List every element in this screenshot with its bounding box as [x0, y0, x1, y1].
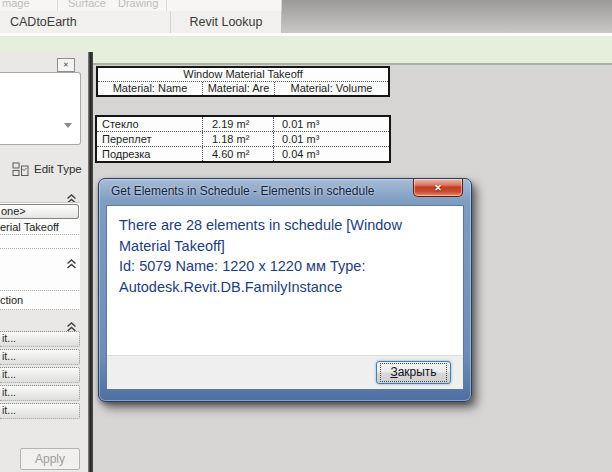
revit-window: mage Surface Drawing CADtoEarth Revit Lo… [0, 0, 612, 472]
column-header-volume[interactable]: Material: Volume [275, 82, 388, 95]
schedule-header-table: Window Material Takeoff Material: Name M… [96, 66, 390, 97]
dialog-title: Get Elements in Schedule - Elements in s… [111, 179, 374, 205]
collapse-chevron-icon[interactable] [66, 190, 78, 200]
cell-material-name[interactable]: Стекло [97, 117, 203, 131]
table-row[interactable]: Подрезка 4.60 m² 0.04 m³ [97, 147, 389, 161]
schedule-title: Window Material Takeoff [98, 68, 388, 82]
property-row-empty[interactable] [0, 234, 79, 249]
dialog-footer: Закрыть [107, 355, 463, 389]
properties-palette: ✕ Edit Type one> erial Takeoff [0, 52, 88, 472]
panel-divider[interactable] [88, 52, 93, 472]
column-header-name[interactable]: Material: Name [98, 82, 203, 95]
dialog-client-area: There are 28 elements in schedule [Windo… [106, 205, 464, 390]
cell-material-volume[interactable]: 0.01 m³ [274, 132, 389, 146]
edit-type-icon [12, 162, 29, 177]
properties-grid: one> erial Takeoff ction [0, 202, 80, 310]
separator [166, 0, 167, 11]
tab-revit-lookup[interactable]: Revit Lookup [171, 11, 281, 33]
apply-label: Apply [35, 452, 65, 466]
edit-button-label: it... [0, 332, 16, 344]
edit-button-label: it... [0, 386, 16, 398]
edit-button[interactable]: it... [0, 349, 80, 365]
edit-type-button[interactable]: Edit Type [0, 158, 86, 180]
cell-material-name[interactable]: Подрезка [97, 147, 203, 161]
ribbon-panel-drawing[interactable]: Drawing [118, 0, 158, 9]
edit-button-label: it... [0, 350, 16, 362]
filter-combo[interactable]: one> [0, 204, 79, 219]
table-row[interactable]: Переплет 1.18 m² 0.01 m³ [97, 132, 389, 147]
schedule-column-headers: Material: Name Material: Are Material: V… [98, 82, 388, 95]
ribbon-panel-surface[interactable]: Surface [68, 0, 106, 9]
close-icon: ✕ [434, 183, 442, 193]
ribbon-empty-area [282, 0, 612, 33]
property-row-section[interactable]: ction [0, 292, 79, 310]
property-value: erial Takeoff [0, 221, 59, 233]
cell-material-volume[interactable]: 0.04 m³ [274, 147, 389, 161]
cell-material-volume[interactable]: 0.01 m³ [274, 117, 389, 131]
ribbon-panel-strip: mage Surface Drawing [0, 0, 281, 11]
dialog-message: There are 28 elements in schedule [Windo… [119, 215, 453, 297]
tab-cadtoearth[interactable]: CADtoEarth [10, 11, 77, 33]
collapse-chevron-icon[interactable] [66, 255, 78, 265]
property-value: ction [0, 294, 23, 306]
dialog-close-button[interactable]: ✕ [413, 179, 463, 197]
close-icon: ✕ [63, 61, 69, 69]
edit-button-label: it... [0, 404, 16, 416]
chevron-down-icon[interactable] [64, 123, 72, 128]
edit-button[interactable]: it... [0, 385, 80, 401]
addin-tab-bar: CADtoEarth Revit Lookup [0, 11, 282, 33]
schedule-data-table: Стекло 2.19 m² 0.01 m³ Переплет 1.18 m² … [95, 115, 391, 163]
dialog-message-line: There are 28 elements in schedule [Windo… [119, 215, 453, 236]
edit-button[interactable]: it... [0, 403, 80, 419]
edit-button-label: it... [0, 368, 16, 380]
dialog-window: Get Elements in Schedule - Elements in s… [98, 178, 472, 402]
separator [57, 0, 58, 11]
close-panel-button[interactable]: ✕ [57, 58, 75, 72]
dialog-message-line: Autodesk.Revit.DB.FamilyInstance [119, 277, 453, 298]
table-row[interactable]: Стекло 2.19 m² 0.01 m³ [97, 117, 389, 132]
collapse-chevron-icon[interactable] [66, 318, 78, 328]
property-row-empty[interactable] [0, 276, 79, 291]
close-dialog-button-label: Закрыть [380, 363, 446, 382]
cell-material-area[interactable]: 1.18 m² [203, 132, 274, 146]
filter-combo-value: one> [0, 205, 78, 218]
edit-type-label: Edit Type [34, 163, 82, 175]
dialog-message-line: Material Takeoff] [119, 236, 453, 257]
edit-button[interactable]: it... [0, 331, 80, 347]
cell-material-area[interactable]: 4.60 m² [203, 147, 274, 161]
apply-button[interactable]: Apply [20, 448, 80, 470]
type-selector[interactable] [0, 72, 81, 145]
ribbon-panel-image[interactable]: mage [2, 0, 30, 9]
cell-material-name[interactable]: Переплет [97, 132, 203, 146]
column-header-area[interactable]: Material: Are [203, 82, 275, 95]
dialog-message-line: Id: 5079 Name: 1220 x 1220 мм Type: [119, 256, 453, 277]
cell-material-area[interactable]: 2.19 m² [203, 117, 274, 131]
close-dialog-button[interactable]: Закрыть [376, 361, 451, 384]
property-row-takeoff[interactable]: erial Takeoff [0, 220, 79, 235]
edit-button[interactable]: it... [0, 367, 80, 383]
